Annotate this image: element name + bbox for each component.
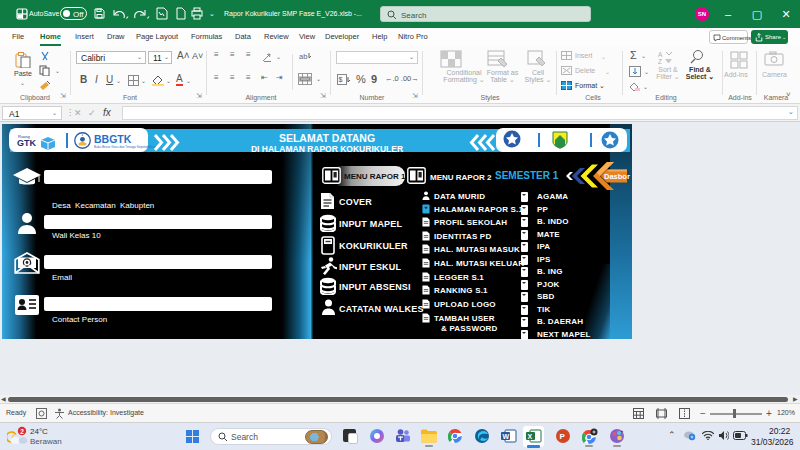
svg-text:X: X — [528, 433, 533, 440]
svg-text:P: P — [560, 432, 566, 441]
svg-text:$: $ — [339, 76, 343, 83]
svg-text:Z: Z — [658, 58, 662, 64]
svg-text:2: 2 — [20, 428, 24, 435]
svg-text:W: W — [503, 433, 510, 440]
svg-text:ab: ab — [299, 52, 307, 61]
svg-text:A: A — [658, 51, 663, 58]
